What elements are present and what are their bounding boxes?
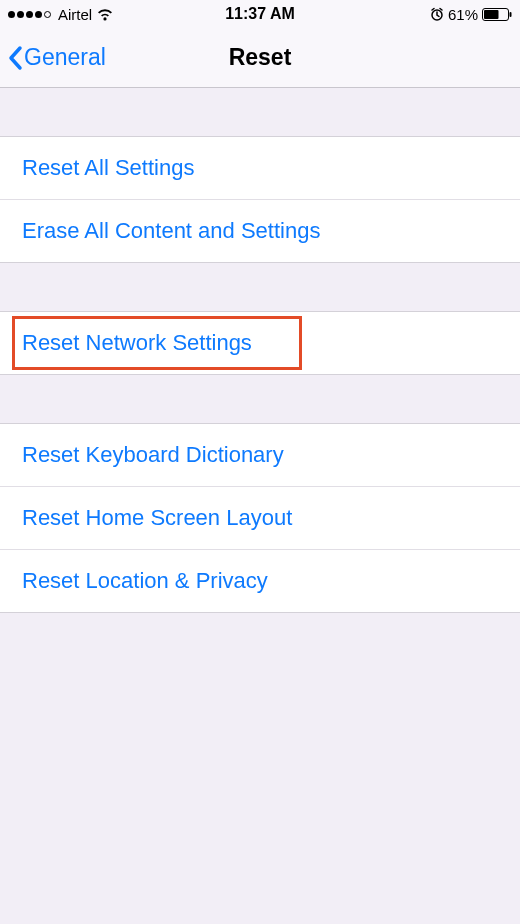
reset-location-privacy-row[interactable]: Reset Location & Privacy	[0, 550, 520, 612]
status-bar: Airtel 11:37 AM 61%	[0, 0, 520, 28]
status-time: 11:37 AM	[225, 5, 295, 23]
row-label: Reset Home Screen Layout	[22, 505, 292, 530]
row-label: Erase All Content and Settings	[22, 218, 320, 243]
settings-group-1: Reset All Settings Erase All Content and…	[0, 136, 520, 263]
row-label: Reset Keyboard Dictionary	[22, 442, 284, 467]
reset-all-settings-row[interactable]: Reset All Settings	[0, 137, 520, 200]
alarm-icon	[430, 7, 444, 21]
page-title: Reset	[229, 44, 292, 71]
nav-bar: General Reset	[0, 28, 520, 88]
battery-icon	[482, 8, 512, 21]
chevron-left-icon	[6, 44, 26, 72]
reset-keyboard-dictionary-row[interactable]: Reset Keyboard Dictionary	[0, 424, 520, 487]
svg-rect-3	[510, 12, 512, 17]
row-label: Reset All Settings	[22, 155, 194, 180]
reset-network-settings-row[interactable]: Reset Network Settings	[0, 312, 520, 374]
reset-home-screen-layout-row[interactable]: Reset Home Screen Layout	[0, 487, 520, 550]
wifi-icon	[96, 8, 114, 21]
battery-percentage: 61%	[448, 6, 478, 23]
erase-all-content-row[interactable]: Erase All Content and Settings	[0, 200, 520, 262]
svg-rect-2	[484, 10, 499, 19]
row-label: Reset Location & Privacy	[22, 568, 268, 593]
content-area: Reset All Settings Erase All Content and…	[0, 88, 520, 613]
status-left: Airtel	[8, 6, 114, 23]
back-button[interactable]: General	[0, 44, 106, 72]
settings-group-3: Reset Keyboard Dictionary Reset Home Scr…	[0, 423, 520, 613]
settings-group-2: Reset Network Settings	[0, 311, 520, 375]
row-label: Reset Network Settings	[22, 330, 252, 355]
signal-strength-icon	[8, 11, 51, 18]
back-label: General	[24, 44, 106, 71]
carrier-label: Airtel	[58, 6, 92, 23]
status-right: 61%	[430, 6, 512, 23]
